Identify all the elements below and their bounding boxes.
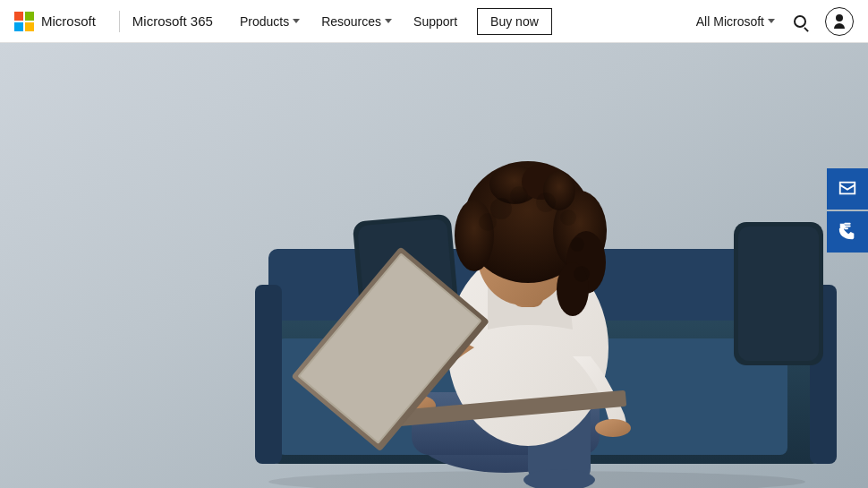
svg-point-44: [574, 266, 590, 282]
products-label: Products: [240, 14, 289, 29]
svg-point-42: [479, 213, 497, 231]
svg-point-41: [560, 210, 576, 226]
svg-point-39: [510, 186, 528, 204]
resources-chevron-icon: [385, 19, 392, 23]
svg-rect-13: [738, 227, 819, 361]
account-icon: [834, 14, 845, 29]
all-microsoft-label: All Microsoft: [696, 14, 764, 29]
svg-rect-46: [844, 225, 850, 227]
buy-now-button[interactable]: Buy now: [477, 8, 552, 35]
phone-icon: [838, 221, 857, 244]
contact-buttons: [827, 168, 868, 253]
nav-link-support[interactable]: Support: [404, 0, 466, 43]
all-microsoft-chevron-icon: [768, 19, 775, 23]
nav-link-resources[interactable]: Resources: [312, 0, 401, 43]
nav-divider: [119, 11, 120, 32]
nav-right: All Microsoft: [696, 7, 854, 36]
email-contact-button[interactable]: [827, 168, 868, 210]
svg-point-20: [595, 419, 631, 437]
search-icon: [794, 15, 806, 28]
svg-point-40: [536, 193, 556, 212]
svg-rect-6: [255, 285, 282, 464]
svg-point-43: [570, 237, 584, 252]
resources-label: Resources: [321, 14, 381, 29]
search-button[interactable]: [786, 7, 814, 36]
svg-rect-47: [844, 227, 848, 229]
nav-links: Products Resources Support Buy now: [231, 0, 696, 43]
account-button[interactable]: [825, 7, 854, 36]
all-microsoft-link[interactable]: All Microsoft: [696, 14, 775, 29]
products-chevron-icon: [293, 19, 300, 23]
nav-link-products[interactable]: Products: [231, 0, 309, 43]
ms-logo-grid: [14, 12, 34, 31]
svg-point-34: [455, 200, 494, 271]
phone-contact-button[interactable]: [827, 211, 868, 253]
microsoft-logo[interactable]: Microsoft: [14, 12, 96, 31]
hero-scene: [0, 43, 868, 488]
navbar: Microsoft Microsoft 365 Products Resourc…: [0, 0, 868, 43]
hero-section: [0, 43, 868, 488]
svg-rect-45: [844, 222, 850, 224]
microsoft-logo-text: Microsoft: [41, 13, 96, 29]
ms365-label: Microsoft 365: [132, 13, 213, 29]
email-icon: [838, 178, 857, 201]
support-label: Support: [413, 14, 457, 29]
